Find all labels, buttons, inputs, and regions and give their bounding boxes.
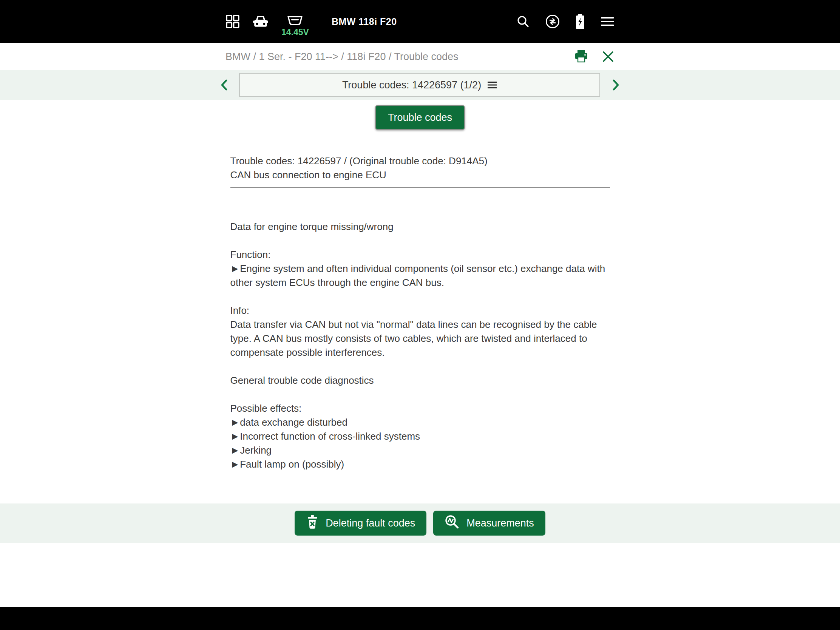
apps-grid-button[interactable] — [226, 14, 240, 29]
topbar-right-group — [516, 13, 614, 30]
delete-fault-codes-button[interactable]: Deleting fault codes — [295, 511, 426, 535]
trouble-code-paragraph: Info: Data transfer via CAN but not via … — [231, 304, 610, 360]
trouble-code-paragraph: Data for engine torque missing/wrong — [231, 220, 610, 234]
trouble-code-selector-label: Trouble codes: 14226597 (1/2) — [342, 79, 481, 91]
print-icon — [574, 49, 589, 64]
trouble-code-paragraph: Possible effects: ►data exchange disturb… — [231, 401, 610, 471]
chevron-left-icon — [219, 88, 229, 93]
chevron-right-icon — [611, 88, 621, 93]
action-bar: Deleting fault codes Measurements — [0, 504, 840, 543]
search-icon — [516, 15, 530, 28]
trouble-code-detail: Trouble codes Trouble codes: 14226597 / … — [0, 100, 840, 504]
divider — [231, 187, 610, 188]
data-transfer-button[interactable] — [545, 14, 560, 29]
menu-icon — [600, 16, 614, 27]
trouble-code-paragraph: General trouble code diagnostics — [231, 374, 610, 387]
breadcrumb-row: BMW / 1 Ser. - F20 11--> / 118i F20 / Tr… — [0, 43, 840, 70]
vehicle-title: BMW 118i F20 — [332, 16, 397, 27]
top-app-bar: 14.45V BMW 118i F20 — [0, 0, 840, 43]
bottom-spacer — [0, 543, 840, 607]
breadcrumb-actions — [574, 49, 614, 64]
print-button[interactable] — [574, 49, 589, 64]
vehicle-icon — [253, 15, 268, 28]
trouble-code-content: Trouble codes: 14226597 / (Original trou… — [231, 154, 610, 471]
trouble-code-paragraph: Function: ►Engine system and often indiv… — [231, 248, 610, 290]
bottom-system-bar — [0, 607, 840, 630]
apps-grid-icon — [226, 14, 240, 29]
topbar-left-group: 14.45V BMW 118i F20 — [226, 11, 397, 33]
breadcrumb: BMW / 1 Ser. - F20 11--> / 118i F20 / Tr… — [226, 51, 458, 63]
battery-charging-icon — [575, 13, 585, 30]
measurements-scope-icon — [445, 515, 459, 532]
search-button[interactable] — [516, 15, 530, 28]
obd-connector-icon — [286, 15, 304, 28]
close-icon — [602, 50, 614, 63]
battery-charging-button[interactable] — [575, 13, 585, 30]
trouble-code-subtitle: CAN bus connection to engine ECU — [231, 168, 610, 182]
next-code-button[interactable] — [611, 78, 621, 92]
trouble-codes-tab-button[interactable]: Trouble codes — [375, 105, 465, 130]
obd-connector-button[interactable]: 14.45V — [281, 15, 309, 36]
vehicle-button[interactable] — [253, 15, 268, 28]
trouble-code-headline: Trouble codes: 14226597 / (Original trou… — [231, 154, 610, 168]
data-transfer-icon — [545, 14, 560, 29]
measurements-label: Measurements — [466, 518, 534, 528]
pager-strip: Trouble codes: 14226597 (1/2) — [0, 70, 840, 100]
list-menu-icon — [487, 81, 497, 89]
previous-code-button[interactable] — [219, 78, 229, 92]
delete-trash-icon — [306, 515, 319, 532]
menu-button[interactable] — [600, 16, 614, 27]
delete-fault-codes-label: Deleting fault codes — [325, 518, 415, 528]
close-button[interactable] — [602, 50, 614, 63]
battery-voltage-readout: 14.45V — [281, 28, 309, 36]
measurements-button[interactable]: Measurements — [433, 511, 545, 535]
trouble-code-selector[interactable]: Trouble codes: 14226597 (1/2) — [239, 73, 600, 97]
